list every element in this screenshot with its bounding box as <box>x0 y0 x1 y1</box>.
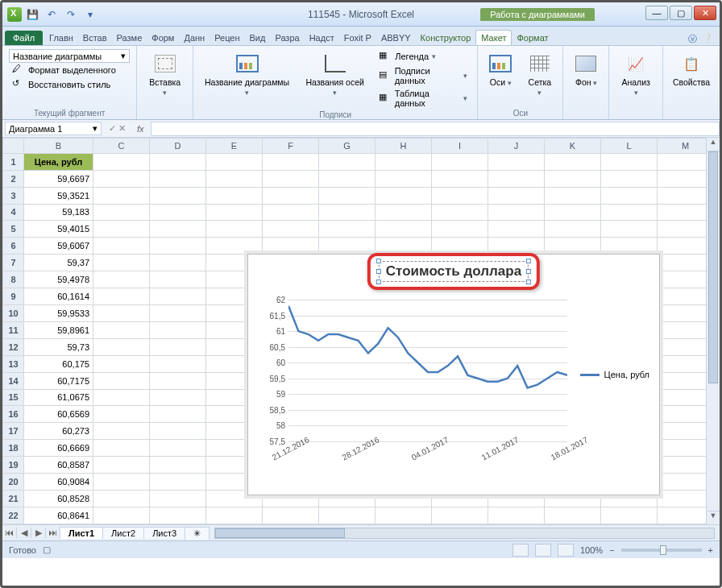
cell[interactable] <box>658 187 714 204</box>
tab-review[interactable]: Рецен <box>210 31 244 45</box>
plot-area[interactable]: 57,55858,55959,56060,56161,562 21.12.201… <box>261 300 567 461</box>
cell[interactable] <box>93 474 150 491</box>
cell[interactable] <box>150 304 206 321</box>
cell[interactable] <box>93 490 150 507</box>
cell[interactable] <box>263 170 319 187</box>
cell[interactable] <box>150 153 206 170</box>
cell[interactable]: 60,9084 <box>24 474 93 491</box>
cell[interactable] <box>319 221 376 238</box>
cell[interactable] <box>206 187 263 204</box>
cell[interactable] <box>206 204 263 221</box>
cell[interactable] <box>93 153 150 170</box>
data-series-line[interactable] <box>288 300 567 441</box>
axes-button[interactable]: Оси <box>484 49 517 107</box>
cell[interactable]: 59,3521 <box>24 187 93 204</box>
cell[interactable] <box>150 238 206 255</box>
cell[interactable] <box>150 355 206 372</box>
sheet-nav-last[interactable]: ⏭ <box>46 528 60 538</box>
cell[interactable] <box>488 187 545 204</box>
cell[interactable] <box>376 221 432 238</box>
zoom-level[interactable]: 100% <box>580 545 603 555</box>
sheet-nav-first[interactable]: ⏮ <box>2 528 17 538</box>
column-header[interactable]: D <box>150 139 206 154</box>
cell[interactable]: 59,183 <box>24 204 93 221</box>
row-header[interactable]: 14 <box>3 372 24 389</box>
minimize-button[interactable]: — <box>645 6 668 20</box>
data-labels-button[interactable]: ▤Подписи данных <box>376 65 471 86</box>
cell[interactable] <box>93 355 150 372</box>
maximize-button[interactable]: ▢ <box>670 6 692 20</box>
cell[interactable] <box>150 474 206 491</box>
cell[interactable] <box>376 153 432 170</box>
minimize-ribbon-icon[interactable]: ⓥ <box>688 33 697 45</box>
tab-view[interactable]: Вид <box>245 31 271 45</box>
cell[interactable] <box>658 338 714 355</box>
cell[interactable] <box>319 507 376 524</box>
column-header[interactable]: K <box>545 139 601 154</box>
cell[interactable]: 59,9533 <box>24 304 93 321</box>
name-box[interactable]: Диаграмма 1▾ <box>5 122 102 135</box>
data-table-button[interactable]: ▦Таблица данных <box>376 88 471 109</box>
scroll-up-icon[interactable]: ▲ <box>707 138 720 151</box>
cell[interactable] <box>658 288 714 305</box>
column-header[interactable]: M <box>658 139 714 154</box>
help-icon[interactable]: ❔ <box>702 33 713 45</box>
cell[interactable] <box>658 153 714 170</box>
row-header[interactable]: 19 <box>3 457 24 474</box>
tab-data[interactable]: Данн <box>179 31 210 45</box>
row-header[interactable]: 5 <box>3 221 24 238</box>
reset-style-button[interactable]: ↺ Восстановить стиль <box>9 77 130 92</box>
cell[interactable]: 61,0675 <box>24 389 93 406</box>
sheet-tab-3[interactable]: Лист3 <box>143 527 185 539</box>
cell[interactable] <box>658 304 714 321</box>
cell[interactable] <box>658 423 714 440</box>
cell[interactable] <box>150 440 206 457</box>
cell[interactable] <box>658 321 714 338</box>
cell[interactable] <box>319 170 376 187</box>
chart-element-selector[interactable]: Название диаграммы▾ <box>9 49 130 63</box>
cell[interactable] <box>206 221 263 238</box>
cell[interactable] <box>93 372 150 389</box>
chart-title[interactable]: Стоимость доллара <box>379 261 529 282</box>
cell[interactable] <box>376 170 432 187</box>
cell[interactable] <box>150 271 206 288</box>
cell[interactable] <box>150 507 206 524</box>
cell[interactable]: 60,8641 <box>24 507 93 524</box>
column-header[interactable]: I <box>432 139 488 154</box>
save-icon[interactable]: 💾 <box>25 7 39 22</box>
tab-chart-layout[interactable]: Макет <box>475 30 512 45</box>
cell[interactable] <box>545 221 601 238</box>
cell[interactable] <box>432 204 488 221</box>
tab-pagelayout[interactable]: Разме <box>112 31 147 45</box>
cell[interactable] <box>319 187 376 204</box>
view-pagebreak-icon[interactable] <box>558 544 574 557</box>
view-pagelayout-icon[interactable] <box>535 544 551 557</box>
cell[interactable] <box>93 288 150 305</box>
format-selection-button[interactable]: 🖊 Формат выделенного <box>9 63 130 77</box>
cell[interactable] <box>150 423 206 440</box>
cell[interactable] <box>658 355 714 372</box>
cell[interactable] <box>488 204 545 221</box>
tab-developer[interactable]: Разра <box>270 31 304 45</box>
chart-object[interactable]: Стоимость доллара 57,55858,55959,56060,5… <box>247 254 660 495</box>
cell[interactable] <box>545 507 601 524</box>
cell[interactable] <box>263 204 319 221</box>
cell[interactable] <box>150 338 206 355</box>
row-header[interactable]: 1 <box>3 153 24 170</box>
cell[interactable] <box>432 170 488 187</box>
cell[interactable] <box>150 204 206 221</box>
cell[interactable] <box>376 238 432 255</box>
column-header[interactable]: F <box>263 139 319 154</box>
cell[interactable] <box>319 238 376 255</box>
cell[interactable]: 59,6697 <box>24 170 93 187</box>
scroll-thumb[interactable] <box>708 151 718 383</box>
cell[interactable] <box>93 389 150 406</box>
cell[interactable]: 60,1614 <box>24 288 93 305</box>
axis-titles-button[interactable]: Названия осей <box>301 49 369 109</box>
cell[interactable] <box>263 221 319 238</box>
column-header[interactable]: C <box>93 139 150 154</box>
cell[interactable]: 59,4015 <box>24 221 93 238</box>
cell[interactable] <box>263 187 319 204</box>
cell[interactable] <box>658 255 714 271</box>
tab-file[interactable]: Файл <box>5 31 43 45</box>
